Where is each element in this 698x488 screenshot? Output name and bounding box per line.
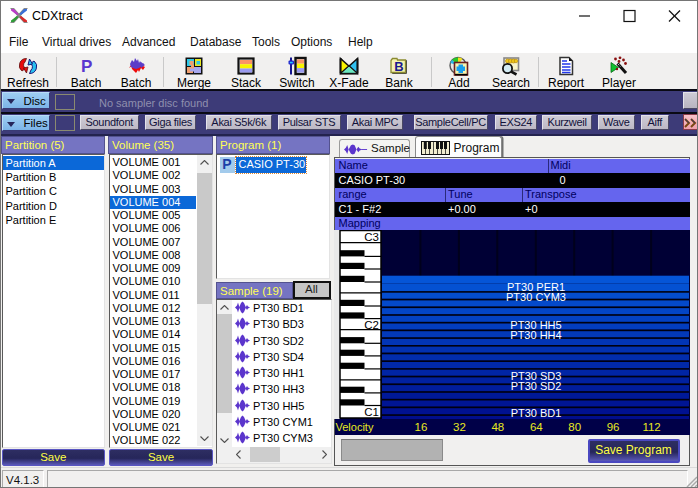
svg-text:C3: C3 (364, 231, 379, 243)
svg-text:PT30 BD1: PT30 BD1 (511, 407, 562, 419)
svg-text:P: P (81, 57, 92, 76)
svg-text:PT30 SD2: PT30 SD2 (511, 380, 562, 392)
svg-text:B: B (394, 59, 403, 74)
svg-text:PT30 CYM3: PT30 CYM3 (506, 291, 566, 303)
svg-text:C2: C2 (364, 319, 379, 331)
svg-text:C1: C1 (364, 406, 379, 418)
svg-text:PT30 HH4: PT30 HH4 (510, 329, 561, 341)
